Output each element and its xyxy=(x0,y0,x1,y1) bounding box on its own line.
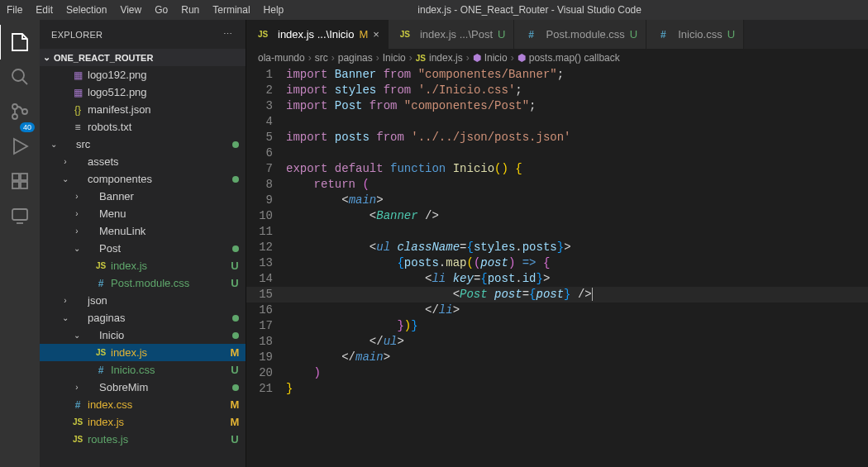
activity-extensions[interactable] xyxy=(0,164,40,198)
chevron-right-icon: › xyxy=(61,157,69,166)
tree-item-menu[interactable]: ›Menu xyxy=(40,205,246,222)
tree-item-assets[interactable]: ›assets xyxy=(40,153,246,170)
tree-label: routes.js xyxy=(88,433,229,446)
tree-label: index.js xyxy=(111,260,229,272)
activity-run[interactable] xyxy=(0,129,40,164)
code-line[interactable]: 8 return ( xyxy=(246,177,868,193)
tree-item-post-module-css[interactable]: #Post.module.cssU xyxy=(40,274,246,292)
code-line[interactable]: 2import styles from './Inicio.css'; xyxy=(246,83,868,98)
menu-selection[interactable]: Selection xyxy=(60,4,113,16)
code-line[interactable]: 3import Post from "componentes/Post"; xyxy=(246,98,868,114)
tree-item-manifest-json[interactable]: {}manifest.json xyxy=(40,101,246,118)
code-line[interactable]: 11 xyxy=(246,224,868,240)
js-icon: JS xyxy=(71,435,84,444)
code-line[interactable]: 16 </li> xyxy=(246,303,868,318)
activity-explorer[interactable] xyxy=(0,25,39,60)
tab-index-js-inicio[interactable]: JSindex.js ...\Inicio M × xyxy=(246,20,389,49)
menu-terminal[interactable]: Terminal xyxy=(206,4,256,16)
sidebar-title: EXPLORER xyxy=(51,30,103,40)
tree-item-index-js[interactable]: JSindex.jsM xyxy=(40,413,246,431)
project-header[interactable]: ⌄ ONE_REACT_ROUTER xyxy=(40,49,246,66)
menu-run[interactable]: Run xyxy=(174,4,206,16)
line-number: 8 xyxy=(246,177,286,193)
tab-index-js-post[interactable]: JSindex.js ...\Post U xyxy=(389,20,515,49)
code-line[interactable]: 5import posts from '../../json/posts.jso… xyxy=(246,130,868,145)
code-line[interactable]: 14 <li key={post.id}> xyxy=(246,271,868,287)
line-content: return ( xyxy=(286,177,868,193)
code-line[interactable]: 10 <Banner /> xyxy=(246,208,868,224)
chevron-right-icon: › xyxy=(376,52,379,64)
line-number: 21 xyxy=(246,381,286,397)
tree-label: Post.module.css xyxy=(111,277,229,289)
code-line[interactable]: 18 </ul> xyxy=(246,334,868,350)
tree-item-index-css[interactable]: #index.cssM xyxy=(40,396,246,413)
code-line[interactable]: 12 <ul className={styles.posts}> xyxy=(246,240,868,255)
code-line[interactable]: 15 <Post post={post} /> xyxy=(246,287,868,303)
activity-remote[interactable] xyxy=(0,198,40,233)
chevron-down-icon: ⌄ xyxy=(61,174,69,183)
tree-item-logo512-png[interactable]: ▦logo512.png xyxy=(40,83,246,101)
tree-item-src[interactable]: ⌄src xyxy=(40,136,246,153)
tree-item-robots-txt[interactable]: ≡robots.txt xyxy=(40,118,246,136)
code-line[interactable]: 19 </main> xyxy=(246,350,868,365)
tree-item-index-js[interactable]: JSindex.jsU xyxy=(40,257,246,274)
tree-item-inicio-css[interactable]: #Inicio.cssU xyxy=(40,361,246,379)
code-line[interactable]: 7export default function Inicio() { xyxy=(246,161,868,177)
line-number: 12 xyxy=(246,240,286,255)
chevron-right-icon: › xyxy=(73,192,81,201)
sidebar-more-icon[interactable]: ⋯ xyxy=(223,29,234,40)
breadcrumb-item[interactable]: Inicio xyxy=(484,52,508,64)
tree-item-componentes[interactable]: ⌄componentes xyxy=(40,170,246,188)
code-line[interactable]: 1import Banner from "componentes/Banner"… xyxy=(246,67,868,83)
css-icon: # xyxy=(94,278,107,289)
close-icon[interactable]: × xyxy=(373,28,379,41)
tree-label: Inicio.css xyxy=(111,364,229,376)
breadcrumb-item[interactable]: posts.map() callback xyxy=(529,52,620,64)
code-line[interactable]: 21} xyxy=(246,381,868,397)
menu-view[interactable]: View xyxy=(113,4,148,16)
js-icon: JS xyxy=(256,30,269,39)
breadcrumb-item[interactable]: paginas xyxy=(338,52,373,64)
tree-item-inicio[interactable]: ⌄Inicio xyxy=(40,326,246,344)
symbol-icon: ⬢ xyxy=(473,52,481,64)
tree-item-logo192-png[interactable]: ▦logo192.png xyxy=(40,66,246,83)
css-icon: # xyxy=(524,29,537,41)
tree-item-sobremim[interactable]: ›SobreMim xyxy=(40,379,246,396)
tree-item-banner[interactable]: ›Banner xyxy=(40,188,246,205)
code-editor[interactable]: 1import Banner from "componentes/Banner"… xyxy=(246,67,868,467)
tree-label: Banner xyxy=(99,190,241,203)
tree-item-post[interactable]: ⌄Post xyxy=(40,240,246,257)
line-content: <Banner /> xyxy=(286,208,868,224)
code-line[interactable]: 6 xyxy=(246,145,868,161)
menu-go[interactable]: Go xyxy=(148,4,174,16)
line-content: <main> xyxy=(286,193,868,208)
tree-item-routes-js[interactable]: JSroutes.jsU xyxy=(40,431,246,448)
line-number: 11 xyxy=(246,224,286,240)
chevron-right-icon: › xyxy=(73,209,81,218)
scm-badge: 40 xyxy=(20,122,35,132)
code-line[interactable]: 13 {posts.map((post) => { xyxy=(246,255,868,271)
tree-item-menulink[interactable]: ›MenuLink xyxy=(40,222,246,240)
tab-inicio-css[interactable]: #Inicio.css U xyxy=(646,20,744,49)
breadcrumb-item[interactable]: src xyxy=(315,52,328,64)
code-line[interactable]: 4 xyxy=(246,114,868,130)
code-line[interactable]: 20 ) xyxy=(246,365,868,381)
menu-file[interactable]: File xyxy=(0,4,29,16)
tree-label: manifest.json xyxy=(88,103,241,116)
git-status: U xyxy=(229,364,241,376)
tree-item-json[interactable]: ›json xyxy=(40,292,246,309)
code-line[interactable]: 17 })} xyxy=(246,318,868,334)
tab-status: U xyxy=(498,28,505,41)
breadcrumb-item[interactable]: ola-mundo xyxy=(258,52,305,64)
activity-search[interactable] xyxy=(0,60,40,94)
tree-item-paginas[interactable]: ⌄paginas xyxy=(40,309,246,326)
code-line[interactable]: 9 <main> xyxy=(246,193,868,208)
breadcrumb-item[interactable]: Inicio xyxy=(383,52,406,64)
menu-help[interactable]: Help xyxy=(257,4,291,16)
git-status: M xyxy=(229,416,241,428)
menu-edit[interactable]: Edit xyxy=(29,4,60,16)
breadcrumb-item[interactable]: index.js xyxy=(429,52,463,64)
tab-post-module-css[interactable]: #Post.module.css U xyxy=(514,20,646,49)
svg-rect-8 xyxy=(12,209,27,220)
tree-item-index-js[interactable]: JSindex.jsM xyxy=(40,344,246,361)
